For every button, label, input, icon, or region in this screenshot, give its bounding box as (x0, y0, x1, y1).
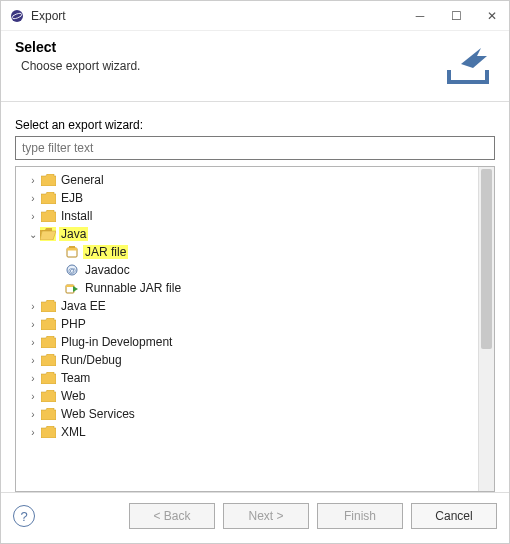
tree-item-label: Install (59, 209, 94, 223)
chevron-right-icon[interactable]: › (26, 193, 40, 204)
chevron-right-icon[interactable]: › (26, 355, 40, 366)
tree-item[interactable]: ·@Javadoc (16, 261, 478, 279)
folder-icon (40, 335, 56, 349)
expander-placeholder: · (50, 247, 64, 258)
tree-item[interactable]: ›PHP (16, 315, 478, 333)
help-button[interactable]: ? (13, 505, 35, 527)
tree-item[interactable]: ›XML (16, 423, 478, 441)
folder-icon (40, 389, 56, 403)
wizard-footer: ? < Back Next > Finish Cancel (1, 492, 509, 543)
page-subtitle: Choose export wizard. (21, 59, 441, 73)
folder-icon (40, 299, 56, 313)
page-title: Select (15, 39, 441, 55)
chevron-right-icon[interactable]: › (26, 373, 40, 384)
chevron-right-icon[interactable]: › (26, 409, 40, 420)
tree-item[interactable]: ›Plug-in Development (16, 333, 478, 351)
jar-file-icon (64, 245, 80, 259)
maximize-button[interactable]: ☐ (447, 9, 465, 23)
chevron-right-icon[interactable]: › (26, 175, 40, 186)
tree-item-label: PHP (59, 317, 88, 331)
folder-open-icon (40, 227, 56, 241)
tree-item-label: Team (59, 371, 92, 385)
chevron-right-icon[interactable]: › (26, 211, 40, 222)
svg-rect-4 (69, 246, 75, 248)
svg-text:@: @ (68, 266, 76, 275)
filter-prompt: Select an export wizard: (15, 118, 495, 132)
chevron-right-icon[interactable]: › (26, 391, 40, 402)
next-button[interactable]: Next > (223, 503, 309, 529)
window-title: Export (31, 9, 411, 23)
chevron-right-icon[interactable]: › (26, 301, 40, 312)
folder-icon (40, 353, 56, 367)
filter-input[interactable] (15, 136, 495, 160)
tree-item[interactable]: ·Runnable JAR file (16, 279, 478, 297)
tree-item-label: Web Services (59, 407, 137, 421)
chevron-down-icon[interactable]: ⌄ (26, 229, 40, 240)
tree-item[interactable]: ·JAR file (16, 243, 478, 261)
tree-item[interactable]: ›Install (16, 207, 478, 225)
expander-placeholder: · (50, 265, 64, 276)
tree-item[interactable]: ›Run/Debug (16, 351, 478, 369)
javadoc-icon: @ (64, 263, 80, 277)
export-icon (441, 37, 495, 91)
tree-item-label: XML (59, 425, 88, 439)
folder-icon (40, 407, 56, 421)
folder-icon (40, 371, 56, 385)
chevron-right-icon[interactable]: › (26, 337, 40, 348)
expander-placeholder: · (50, 283, 64, 294)
wizard-header: Select Choose export wizard. (1, 31, 509, 102)
folder-icon (40, 209, 56, 223)
tree-item-label: EJB (59, 191, 85, 205)
tree-item[interactable]: ›Team (16, 369, 478, 387)
tree-item-label: Java (59, 227, 88, 241)
title-bar: Export ─ ☐ ✕ (1, 1, 509, 31)
tree-item[interactable]: ›Java EE (16, 297, 478, 315)
scroll-thumb[interactable] (481, 169, 492, 349)
tree-item-label: Run/Debug (59, 353, 124, 367)
chevron-right-icon[interactable]: › (26, 319, 40, 330)
tree-item-label: Javadoc (83, 263, 132, 277)
svg-marker-9 (73, 286, 78, 292)
cancel-button[interactable]: Cancel (411, 503, 497, 529)
tree-item-label: Java EE (59, 299, 108, 313)
tree-item-label: JAR file (83, 245, 128, 259)
chevron-right-icon[interactable]: › (26, 427, 40, 438)
tree-item[interactable]: ⌄Java (16, 225, 478, 243)
tree-item[interactable]: ›Web Services (16, 405, 478, 423)
folder-icon (40, 425, 56, 439)
tree-item-label: Runnable JAR file (83, 281, 183, 295)
window-controls: ─ ☐ ✕ (411, 9, 501, 23)
close-button[interactable]: ✕ (483, 9, 501, 23)
eclipse-icon (9, 8, 25, 24)
tree-item-label: General (59, 173, 106, 187)
tree-item[interactable]: ›General (16, 171, 478, 189)
folder-icon (40, 191, 56, 205)
folder-icon (40, 317, 56, 331)
wizard-body: Select an export wizard: ›General›EJB›In… (1, 102, 509, 492)
minimize-button[interactable]: ─ (411, 9, 429, 23)
back-button[interactable]: < Back (129, 503, 215, 529)
tree-scrollbar[interactable] (478, 167, 494, 491)
runnable-jar-icon (64, 281, 80, 295)
wizard-tree[interactable]: ›General›EJB›Install⌄Java·JAR file·@Java… (16, 167, 478, 491)
tree-item-label: Web (59, 389, 87, 403)
finish-button[interactable]: Finish (317, 503, 403, 529)
tree-container: ›General›EJB›Install⌄Java·JAR file·@Java… (15, 166, 495, 492)
tree-item[interactable]: ›EJB (16, 189, 478, 207)
folder-icon (40, 173, 56, 187)
tree-item-label: Plug-in Development (59, 335, 174, 349)
tree-item[interactable]: ›Web (16, 387, 478, 405)
svg-rect-3 (67, 248, 77, 251)
svg-rect-8 (66, 285, 74, 287)
